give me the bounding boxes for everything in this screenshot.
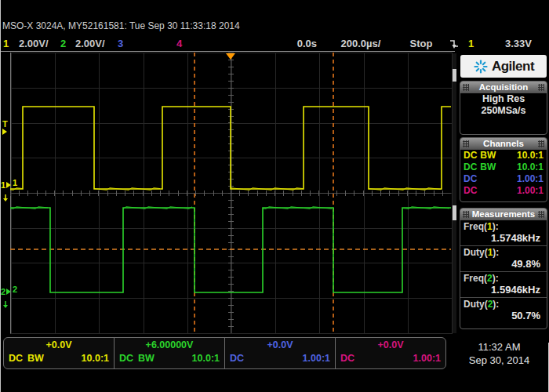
- measurement-label: Duty(: [464, 247, 488, 258]
- screen-edge-left: [0, 0, 1, 392]
- measurement-duty1[interactable]: Duty(1): 49.8%: [460, 245, 547, 271]
- instrument-title: MSO-X 3024A, MY52161581: Tue Sep 30 11:3…: [2, 20, 240, 31]
- measurements-section: Measurements Freq(1): 1.5748kHz Duty(1):…: [460, 208, 547, 329]
- channel-row-3[interactable]: DC 1.00:1: [460, 173, 547, 185]
- sidebar-panel: Agilent Acquisition High Res 250MSa/s Ch…: [459, 53, 547, 333]
- measurement-value: 1.5748kHz: [464, 232, 544, 244]
- ch4-coupling: DC: [464, 185, 477, 196]
- ch1-ground-arrow-icon: [6, 182, 11, 188]
- ch2-coupling: DC: [464, 162, 477, 172]
- panel-scrollbar-track[interactable]: [453, 53, 456, 333]
- clock-time: 11:32 AM: [451, 340, 547, 354]
- ch4-info-box[interactable]: +0.0V DC1.00:1: [336, 338, 445, 368]
- ch2-trace-label: 2: [13, 285, 17, 293]
- acquisition-header[interactable]: Acquisition: [460, 82, 547, 93]
- graticule-vertical-ticks: [228, 53, 234, 333]
- measurements-header[interactable]: Measurements: [460, 209, 547, 220]
- measurement-value: 49.8%: [464, 258, 544, 270]
- status-ch2-scale[interactable]: 2.00V/: [75, 38, 105, 50]
- ch1-probe-ratio: 10.0:1: [517, 150, 544, 162]
- drag-handle-icon: [538, 140, 544, 147]
- status-run-state[interactable]: Stop: [397, 38, 445, 50]
- ch3-probe-ratio: 1.00:1: [517, 173, 544, 185]
- ch4-coupling: DC: [340, 353, 354, 364]
- measurements-header-label: Measurements: [472, 209, 536, 219]
- status-ch1-number[interactable]: 1: [3, 38, 9, 50]
- status-ch4-number[interactable]: 4: [176, 38, 182, 50]
- trigger-level-label: T: [2, 120, 8, 128]
- channel-row-4[interactable]: DC 1.00:1: [460, 185, 547, 197]
- measurement-value: 50.7%: [464, 310, 544, 321]
- drag-handle-icon: [463, 211, 469, 218]
- ch1-offset: +0.0V: [9, 339, 109, 351]
- status-time-offset[interactable]: 0.0s: [274, 38, 317, 50]
- status-ch1-scale[interactable]: 2.00V/: [19, 38, 49, 50]
- measurement-label: Freq(: [464, 273, 487, 284]
- ch3-offset: +0.0V: [230, 339, 330, 351]
- ch1-ratio: 10.0:1: [82, 353, 109, 365]
- ch2-ground-label: 2: [1, 288, 5, 296]
- drag-handle-icon: [463, 140, 469, 147]
- ch3-coupling: DC: [230, 353, 244, 364]
- clock: 11:32 AM Sep 30, 2014: [451, 340, 547, 367]
- agilent-logo: Agilent: [460, 55, 547, 78]
- ch4-ratio: 1.00:1: [413, 353, 441, 365]
- ch1-ground-label: 1: [1, 181, 5, 189]
- ch1-info-box[interactable]: +0.0V DCBW10.0:1: [4, 338, 115, 368]
- ch2-ground-symbol: [3, 305, 8, 308]
- ch1-ground-marker[interactable]: 1: [1, 181, 11, 189]
- channel-row-1[interactable]: DCBW 10.0:1: [460, 150, 547, 162]
- ch1-trace-label: 1: [13, 179, 17, 187]
- agilent-wordmark: Agilent: [492, 59, 534, 74]
- status-trigger-source[interactable]: 1: [468, 38, 474, 50]
- ch2-probe-ratio: 10.0:1: [517, 162, 544, 173]
- drag-handle-icon: [538, 211, 544, 218]
- channels-section: Channels DCBW 10.0:1 DCBW 10.0:1 DC 1.00…: [460, 137, 547, 202]
- acquisition-mode: High Res: [460, 93, 547, 105]
- ch2-ground-arrow-icon: [6, 289, 11, 295]
- panel-scrollbar-thumb[interactable]: [453, 205, 456, 220]
- ch1-coupling: DC: [9, 353, 23, 364]
- ch2-info-box[interactable]: +6.00000V DCBW10.0:1: [115, 338, 225, 368]
- ch1-bw: BW: [27, 353, 44, 364]
- ch2-ground-marker[interactable]: 2: [1, 288, 11, 296]
- trigger-edge-icon: [449, 38, 460, 49]
- ch4-offset: +0.0V: [340, 339, 441, 351]
- ch4-probe-ratio: 1.00:1: [517, 185, 544, 197]
- measurement-label-suffix: ):: [493, 247, 499, 258]
- ch2-offset: +6.00000V: [119, 339, 220, 351]
- status-ch2-number[interactable]: 2: [60, 38, 66, 50]
- panel-scrollbar-thumb-top[interactable]: [453, 69, 456, 82]
- channels-header-label: Channels: [483, 139, 524, 148]
- drag-handle-icon: [538, 84, 544, 91]
- sample-rate: 250MSa/s: [460, 105, 547, 117]
- status-timebase[interactable]: 200.0µs/: [328, 38, 394, 50]
- measurement-label-suffix: ):: [493, 221, 499, 232]
- measurement-freq2[interactable]: Freq(2): 1.5946kHz: [460, 271, 547, 297]
- measurement-label: Freq(: [464, 221, 487, 232]
- ch3-ratio: 1.00:1: [303, 353, 330, 365]
- measurement-channel: 2: [487, 273, 493, 284]
- statusbar-separator: [0, 51, 455, 52]
- trigger-level-arrow-icon: [2, 129, 7, 135]
- measurement-value: 1.5946kHz: [464, 284, 544, 296]
- channel-row-2[interactable]: DCBW 10.0:1: [460, 162, 547, 173]
- status-ch3-number[interactable]: 3: [118, 38, 123, 50]
- ch3-info-box[interactable]: +0.0V DC1.00:1: [225, 338, 336, 368]
- trigger-level-marker[interactable]: T: [2, 120, 8, 135]
- channels-header[interactable]: Channels: [460, 138, 547, 150]
- measurement-duty2[interactable]: Duty(2): 50.7%: [460, 297, 547, 323]
- agilent-starburst-icon: [473, 59, 489, 74]
- measurement-label: Duty(: [464, 299, 488, 310]
- ch2-coupling: DC: [119, 353, 133, 364]
- drag-handle-icon: [463, 84, 469, 91]
- status-trigger-level[interactable]: 3.33V: [483, 38, 532, 50]
- ch3-coupling: DC: [464, 173, 477, 184]
- measurement-channel: 1: [487, 221, 493, 232]
- channel-info-bar: +0.0V DCBW10.0:1 +6.00000V DCBW10.0:1 +0…: [3, 337, 446, 369]
- ch2-bw: BW: [138, 353, 155, 364]
- ch1-bw-limit: BW: [480, 150, 496, 161]
- ch2-ratio: 10.0:1: [192, 353, 220, 365]
- measurement-freq1[interactable]: Freq(1): 1.5748kHz: [460, 220, 547, 245]
- clock-date: Sep 30, 2014: [451, 354, 547, 367]
